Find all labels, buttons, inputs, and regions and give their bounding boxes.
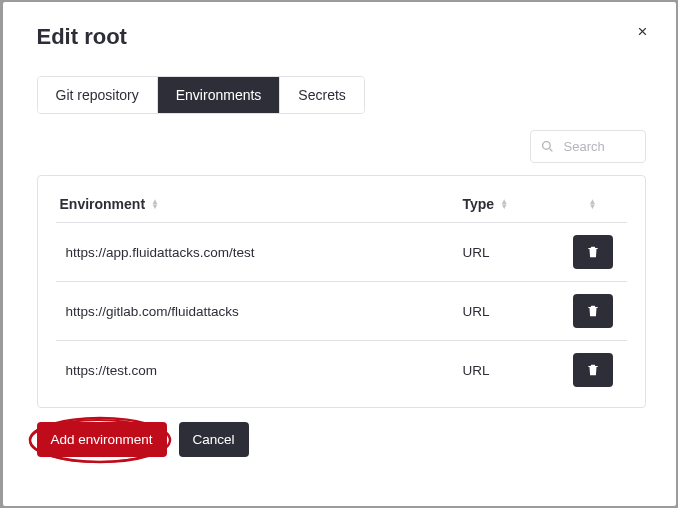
cell-environment: https://app.fluidattacks.com/test	[60, 245, 463, 260]
tab-git-repository[interactable]: Git repository	[38, 77, 158, 113]
search-box[interactable]	[530, 130, 646, 163]
close-icon[interactable]: ×	[638, 22, 648, 42]
modal-title: Edit root	[37, 24, 646, 50]
environments-table: Environment ▲▼ Type ▲▼ ▲▼ https://app.fl…	[37, 175, 646, 408]
table-row: https://gitlab.com/fluidattacks URL	[56, 282, 627, 341]
cell-type: URL	[463, 304, 563, 319]
edit-root-modal: Edit root × Git repository Environments …	[3, 2, 676, 506]
cell-environment: https://gitlab.com/fluidattacks	[60, 304, 463, 319]
table-header: Environment ▲▼ Type ▲▼ ▲▼	[56, 184, 627, 223]
delete-button[interactable]	[573, 294, 613, 328]
tab-secrets[interactable]: Secrets	[280, 77, 363, 113]
search-input[interactable]	[562, 138, 632, 155]
header-type[interactable]: Type	[463, 196, 495, 212]
table-row: https://app.fluidattacks.com/test URL	[56, 223, 627, 282]
trash-icon	[586, 245, 600, 259]
table-row: https://test.com URL	[56, 341, 627, 399]
cell-environment: https://test.com	[60, 363, 463, 378]
add-environment-button[interactable]: Add environment	[37, 422, 167, 457]
cell-type: URL	[463, 245, 563, 260]
cancel-button[interactable]: Cancel	[179, 422, 249, 457]
sort-icon[interactable]: ▲▼	[151, 199, 159, 209]
search-icon	[541, 140, 554, 153]
tab-bar: Git repository Environments Secrets	[37, 76, 365, 114]
footer-buttons: Add environment Cancel	[37, 422, 646, 457]
trash-icon	[586, 363, 600, 377]
delete-button[interactable]	[573, 353, 613, 387]
tab-environments[interactable]: Environments	[158, 77, 281, 113]
cell-type: URL	[463, 363, 563, 378]
svg-line-1	[549, 148, 552, 151]
sort-icon[interactable]: ▲▼	[589, 199, 597, 209]
svg-point-0	[542, 142, 550, 150]
header-environment[interactable]: Environment	[60, 196, 146, 212]
delete-button[interactable]	[573, 235, 613, 269]
trash-icon	[586, 304, 600, 318]
sort-icon[interactable]: ▲▼	[500, 199, 508, 209]
